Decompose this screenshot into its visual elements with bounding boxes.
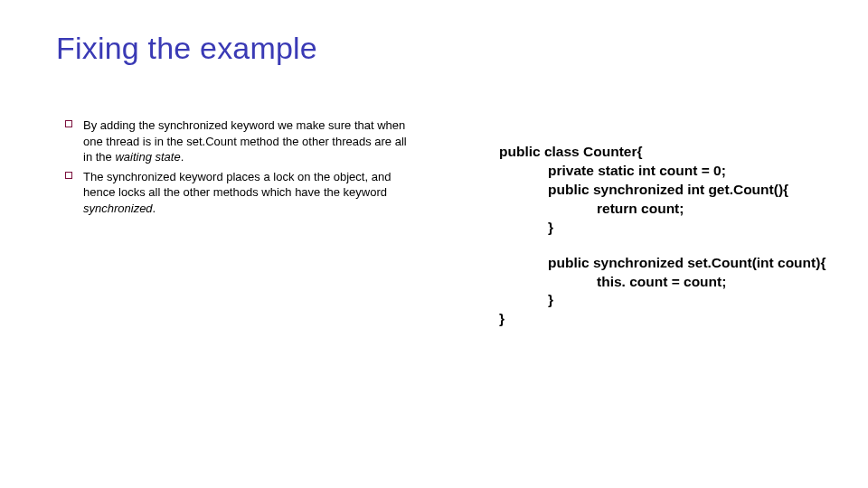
bullet-italic: synchronized <box>83 202 153 215</box>
code-block: public class Counter{ private static int… <box>499 143 861 329</box>
bullet-list: By adding the synchronized keyword we ma… <box>65 117 418 220</box>
bullet-item: The synchronized keyword places a lock o… <box>65 169 418 217</box>
bullet-suffix: . <box>153 202 156 215</box>
bullet-text: The synchronized keyword places a lock o… <box>83 169 418 217</box>
code-line: this. count = count; <box>499 273 861 292</box>
code-line: public synchronized int get.Count(){ <box>499 181 861 200</box>
square-bullet-icon <box>65 172 72 179</box>
square-bullet-icon <box>65 120 72 127</box>
bullet-item: By adding the synchronized keyword we ma… <box>65 117 418 165</box>
slide-title: Fixing the example <box>56 31 317 66</box>
bullet-suffix: . <box>181 150 184 164</box>
code-line: } <box>499 219 861 238</box>
code-line: } <box>499 310 861 329</box>
bullet-prefix: The synchronized keyword places a lock o… <box>83 170 391 200</box>
code-line: return count; <box>499 200 861 219</box>
code-line: public synchronized set.Count(int count)… <box>499 254 861 273</box>
bullet-text: By adding the synchronized keyword we ma… <box>83 117 418 165</box>
slide: Fixing the example By adding the synchro… <box>0 0 868 488</box>
code-line: private static int count = 0; <box>499 162 861 181</box>
code-line: public class Counter{ <box>499 143 861 162</box>
blank-line <box>499 238 861 254</box>
bullet-italic: waiting state <box>115 150 180 164</box>
code-line: } <box>499 291 861 310</box>
